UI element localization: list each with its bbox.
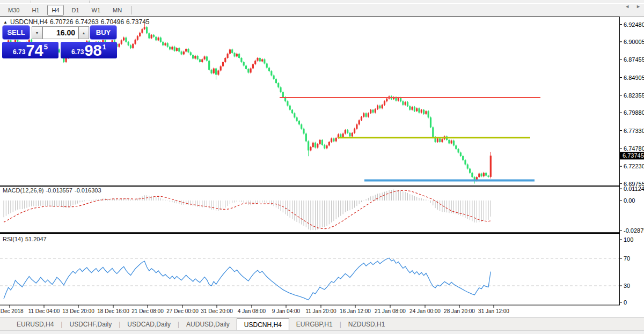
buy-button[interactable]: BUY	[90, 25, 117, 40]
ohlc-open: 6.70726	[50, 18, 73, 26]
time-axis-tick[interactable]: 28 Jan 20:00	[444, 308, 475, 314]
timeframe-button-h4[interactable]: H4	[47, 5, 63, 16]
tabbar-padding	[0, 318, 10, 330]
toolbar-groove	[89, 1, 90, 3]
time-axis-tick[interactable]: 4 Jan 08:00	[238, 308, 266, 314]
price-axis-tick: 6.87455	[624, 56, 644, 63]
current-price-tag: 6.73745	[620, 152, 644, 159]
svg-text:6.73745: 6.73745	[623, 152, 644, 159]
tab-scroll-left-icon[interactable]: ◄	[625, 4, 630, 9]
collapse-icon[interactable]: ▲	[3, 20, 8, 25]
macd-name: MACD(12,26,9)	[3, 187, 43, 194]
sell-price-quote[interactable]: 6.73 74 5	[2, 42, 58, 58]
buy-price-prefix: 6.73	[71, 48, 84, 56]
mt4-window: M30H1H4D1W1MN ▲USDCNH,H46.707266.742636.…	[0, 0, 644, 334]
chart-tab-usdcad-daily[interactable]: USDCAD,Daily	[120, 318, 178, 330]
volume-increase-button[interactable]: ▲	[78, 26, 89, 39]
chart-tab-usdchf-daily[interactable]: USDCHF,Daily	[62, 318, 119, 330]
timeframe-button-mn[interactable]: MN	[108, 5, 126, 16]
time-axis-tick[interactable]: 21 Jan 08:00	[375, 308, 406, 314]
rsi-level-lines	[0, 258, 619, 286]
sell-button[interactable]: SELL	[2, 25, 30, 40]
ohlc-high: 6.74263	[75, 18, 98, 26]
chevron-down-icon: ▼	[35, 31, 39, 35]
status-bar	[0, 330, 644, 334]
symbol-period: USDCNH,H4	[10, 18, 48, 26]
rsi-layer	[4, 258, 491, 300]
rsi-axis-tick: 30	[624, 283, 630, 289]
rsi-name: RSI(14)	[3, 236, 23, 242]
time-axis-tick[interactable]: 21 Dec 08:00	[131, 308, 164, 314]
price-axis-tick: 6.92480	[624, 21, 644, 28]
rsi-axis-tick: 0	[624, 299, 627, 306]
time-axis-tick[interactable]: 11 Jan 20:00	[305, 308, 336, 314]
tab-scroll-right-icon[interactable]: ►	[636, 4, 641, 9]
time-axis-tick[interactable]: 11 Dec 04:00	[28, 308, 60, 314]
time-axis-tick[interactable]: 9 Jan 04:00	[272, 308, 301, 314]
chart-window[interactable]: ▲USDCNH,H46.707266.742636.704966.73745 6…	[0, 17, 644, 317]
chart-tab-bar: EURUSD,H4|USDCHF,Daily|USDCAD,Daily|AUDU…	[0, 317, 644, 330]
time-axis-tick[interactable]: 16 Jan 12:00	[340, 308, 371, 314]
macd-label: MACD(12,26,9)-0.013557-0.016303	[3, 187, 104, 194]
buy-price-quote[interactable]: 6.73 98 1	[61, 42, 117, 58]
price-axis-tick: 6.84905	[624, 75, 644, 81]
price-axis-tick: 6.79880	[624, 109, 644, 116]
time-axis-tick[interactable]: 24 Jan 00:00	[409, 308, 441, 314]
price-axis-tick: 6.82355	[624, 92, 644, 99]
time-axis-tick[interactable]: 6 Dec 2018	[0, 308, 24, 314]
price-axis-tick: 6.77330	[624, 128, 644, 134]
buy-price-point: 1	[103, 43, 106, 51]
time-axis-tick[interactable]: 31 Jan 12:00	[478, 308, 509, 314]
price-axis-tick: 6.72230	[624, 163, 644, 169]
sell-price-point: 5	[44, 43, 48, 51]
buy-price-pips: 98	[84, 43, 101, 57]
time-axis-tick[interactable]: 18 Dec 16:00	[97, 308, 129, 314]
price-axis-tick: 6.74780	[624, 145, 644, 152]
chart-tab-audusd-daily[interactable]: AUDUSD,Daily	[179, 318, 237, 330]
volume-input[interactable]: 16.00	[42, 26, 78, 39]
macd-axis-tick: 0.00	[624, 197, 635, 204]
tab-scroll-controls: ◄ ►	[625, 0, 641, 13]
time-axis-tick[interactable]: 31 Dec 20:00	[201, 308, 233, 314]
trade-panel-top-row: SELL ▼ 16.00 ▲ BUY	[2, 25, 117, 40]
macd-value-main: -0.013557	[46, 187, 72, 194]
rsi-label: RSI(14)51.2047	[3, 236, 49, 242]
time-axis-tick[interactable]: 13 Dec 20:00	[62, 308, 94, 314]
ohlc-low: 6.70496	[101, 18, 124, 26]
time-axis-labels: 6 Dec 201811 Dec 04:0013 Dec 20:0018 Dec…	[0, 305, 509, 314]
sell-price-prefix: 6.73	[13, 48, 25, 56]
sell-price-pips: 74	[26, 43, 43, 57]
price-axis-labels: 6.924806.900056.874556.849056.823556.798…	[620, 21, 644, 187]
price-axis-tick: 6.90005	[624, 39, 644, 45]
ohlc-close: 6.73745	[126, 18, 149, 26]
toolbar-groove	[31, 1, 31, 3]
chevron-up-icon: ▲	[82, 31, 86, 35]
time-axis-tick[interactable]: 27 Dec 00:00	[166, 308, 199, 314]
macd-value-signal: -0.016303	[75, 187, 101, 194]
rsi-axis-tick: 70	[624, 255, 630, 262]
pane-borders	[0, 17, 620, 306]
macd-axis-tick: 0.011242	[624, 185, 644, 192]
timeframe-button-d1[interactable]: D1	[68, 5, 84, 16]
upper-toolbar-edge	[0, 0, 644, 4]
macd-axis-labels: 0.0112420.00-0.028797	[620, 185, 644, 234]
toolbar-separator	[131, 6, 132, 14]
chart-tab-nzdusd-h1[interactable]: NZDUSD,H1	[341, 318, 392, 330]
timeframe-button-h1[interactable]: H1	[27, 5, 43, 16]
rsi-axis-labels: 10070300	[620, 236, 633, 306]
macd-axis-tick: -0.028797	[624, 227, 644, 234]
timeframe-toolbar: M30H1H4D1W1MN	[0, 4, 644, 17]
rsi-axis-tick: 100	[624, 236, 633, 243]
volume-decrease-button[interactable]: ▼	[32, 26, 42, 39]
one-click-trade-panel: SELL ▼ 16.00 ▲ BUY 6.73 74 5 6.73 98 1	[2, 25, 117, 58]
rsi-value: 51.2047	[25, 236, 47, 242]
chart-tab-usdcnh-h4[interactable]: USDCNH,H4	[237, 318, 289, 330]
chart-tab-eurusd-h4[interactable]: EURUSD,H4	[10, 318, 61, 330]
chart-tab-eurgbp-h1[interactable]: EURGBP,H1	[289, 318, 340, 330]
price-chart-canvas[interactable]: 6.924806.900056.874556.849056.823556.798…	[0, 17, 644, 317]
macd-layer	[4, 189, 491, 230]
chart-title: ▲USDCNH,H46.707266.742636.704966.73745	[3, 18, 152, 26]
timeframe-button-m30[interactable]: M30	[4, 5, 24, 16]
timeframe-button-w1[interactable]: W1	[87, 5, 105, 16]
